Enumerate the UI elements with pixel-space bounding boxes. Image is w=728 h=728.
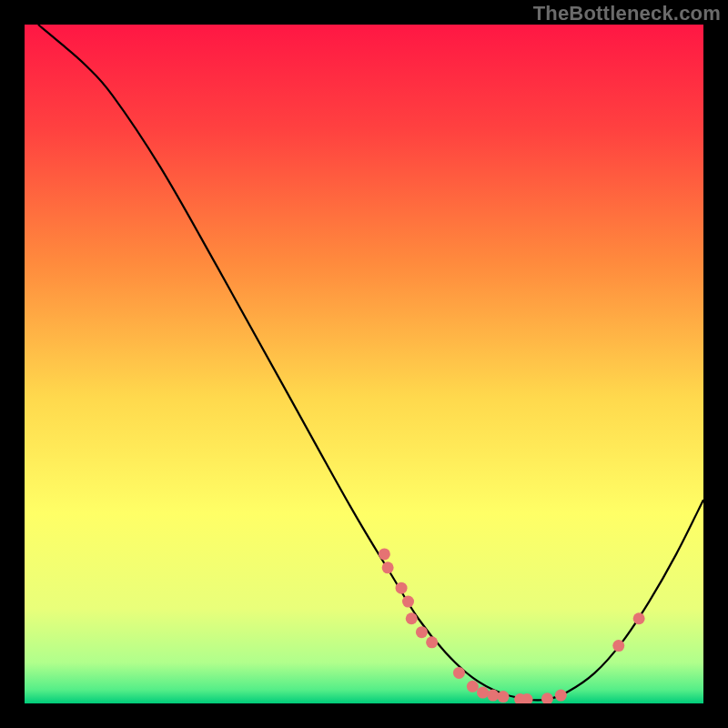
data-marker xyxy=(633,612,645,624)
data-marker xyxy=(497,691,509,703)
data-marker xyxy=(477,687,489,699)
data-marker xyxy=(396,582,408,594)
data-marker xyxy=(612,640,624,652)
gradient-rect xyxy=(25,25,703,703)
data-marker xyxy=(402,596,414,608)
data-marker xyxy=(487,690,499,702)
data-marker xyxy=(416,626,428,638)
chart-svg xyxy=(25,25,703,703)
data-marker xyxy=(426,636,438,648)
plot-area xyxy=(25,25,703,703)
data-marker xyxy=(382,561,394,573)
data-marker xyxy=(379,548,390,560)
data-marker xyxy=(406,612,418,624)
chart-frame: TheBottleneck.com xyxy=(0,0,728,728)
data-marker xyxy=(555,690,567,702)
watermark-text: TheBottleneck.com xyxy=(533,2,721,25)
data-marker xyxy=(453,667,465,679)
data-marker xyxy=(467,681,479,693)
